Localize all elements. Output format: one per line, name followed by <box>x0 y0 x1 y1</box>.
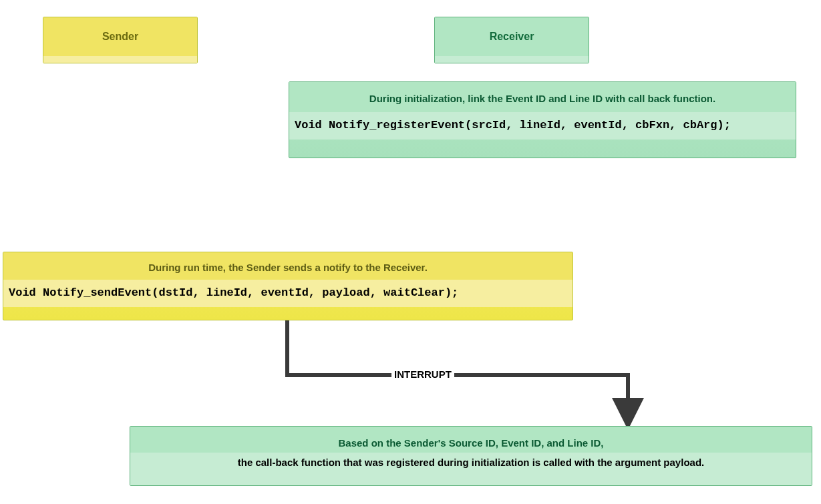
callback-box: Based on the Sender's Source ID, Event I… <box>130 426 812 486</box>
callback-line2: the call-back function that was register… <box>130 453 812 485</box>
callback-line1: Based on the Sender's Source ID, Event I… <box>130 427 812 453</box>
interrupt-label: INTERRUPT <box>391 368 454 380</box>
